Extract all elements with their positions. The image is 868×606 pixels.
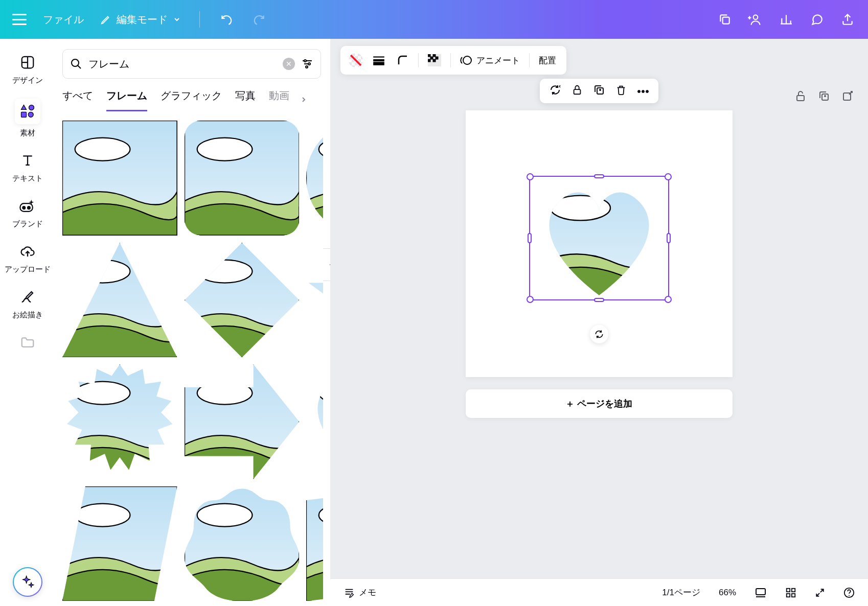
more-icon [637,89,649,94]
separator [450,53,451,67]
rotate-button[interactable] [590,325,608,343]
clear-search-button[interactable]: ✕ [283,58,295,70]
rail-item-brand[interactable]: ブランド [0,195,55,231]
notes-icon [344,587,355,598]
frame-heart[interactable] [306,364,323,479]
rail-item-elements[interactable]: 素材 [0,97,55,140]
rail-item-design[interactable]: デザイン [0,51,55,87]
rail-item-text[interactable]: テキスト [0,149,55,185]
menu-button[interactable] [12,14,27,25]
resize-handle-left[interactable] [528,233,532,243]
search-bar: ✕ [62,49,321,79]
tab-graphics[interactable]: グラフィック [161,89,222,111]
undo-icon [220,13,233,26]
svg-point-12 [306,66,308,68]
copy-button[interactable] [717,11,733,28]
resize-handle-bottom[interactable] [594,298,604,302]
collaborate-button[interactable] [747,11,764,28]
delete-button[interactable] [615,84,627,98]
redo-button[interactable] [251,11,267,28]
duplicate-page-button[interactable] [818,90,830,104]
frame-triangle[interactable] [62,243,177,358]
tabs-scroll-right[interactable] [300,95,308,106]
tab-photos[interactable]: 写真 [235,89,256,111]
animate-label: アニメート [476,55,520,66]
canvas-area: アニメート 配置 [330,39,868,606]
frame-burst[interactable] [62,364,177,479]
frame-circle[interactable] [306,121,323,236]
svg-point-10 [304,60,306,62]
fullscreen-button[interactable] [815,588,825,598]
svg-rect-24 [433,59,436,62]
animate-button[interactable]: アニメート [458,54,522,66]
border-weight-button[interactable] [370,55,387,65]
view-list-button[interactable] [755,587,767,598]
resize-handle-right[interactable] [667,233,671,243]
filter-icon[interactable] [301,58,313,70]
frame-rounded[interactable] [185,121,300,236]
file-menu[interactable]: ファイル [43,13,84,27]
view-grid-icon [785,587,796,598]
svg-point-11 [308,63,310,65]
rail-item-folder[interactable] [0,331,55,354]
tab-videos[interactable]: 動画 [269,89,289,111]
svg-rect-35 [787,588,790,591]
tab-frames[interactable]: フレーム [106,89,147,111]
resize-handle-top[interactable] [594,174,604,178]
corner-radius-button[interactable] [395,54,411,66]
share-button[interactable] [839,11,856,28]
notes-button[interactable]: メモ [344,587,376,598]
frame-parallelogram[interactable] [62,486,177,601]
rotate-icon [594,329,604,339]
lock-page-button[interactable] [794,90,807,104]
refresh-plus-icon [549,84,561,96]
more-button[interactable] [637,86,649,96]
svg-rect-5 [28,112,33,117]
svg-point-33 [646,90,649,93]
shapes-icon [20,104,35,119]
new-page-button[interactable] [841,90,854,104]
undo-button[interactable] [218,11,235,28]
position-button[interactable]: 配置 [537,55,558,66]
resize-handle-tl[interactable] [527,173,534,180]
regenerate-button[interactable] [549,84,561,98]
view-grid-button[interactable] [785,587,796,598]
view-list-icon [755,587,767,598]
resize-handle-bl[interactable] [527,296,534,303]
tab-all[interactable]: すべて [62,89,93,111]
rail-item-upload[interactable]: アップロード [0,240,55,276]
frame-skew-rect[interactable] [306,486,323,601]
brand-icon [19,198,36,214]
rail-item-draw[interactable]: お絵描き [0,286,55,322]
frame-blob[interactable] [185,486,300,601]
duplicate-button[interactable] [593,84,605,98]
frame-square[interactable] [62,121,177,236]
selection-box[interactable] [529,176,669,300]
zoom-level[interactable]: 66% [719,588,736,598]
add-page-button[interactable]: ＋ ページを追加 [466,389,733,418]
page-counter[interactable]: 1/1ページ [662,587,700,598]
help-button[interactable] [843,587,855,598]
page-1[interactable] [466,110,733,377]
frame-arrow[interactable] [185,364,300,479]
frame-diamond[interactable] [185,243,300,358]
notes-label: メモ [359,587,376,598]
svg-point-8 [28,206,30,209]
top-bar-left: ファイル 編集モード [12,11,706,28]
magic-button[interactable] [13,567,42,597]
category-tabs: すべて フレーム グラフィック 写真 動画 [55,89,323,111]
resize-handle-br[interactable] [665,296,672,303]
resize-handle-tr[interactable] [665,173,672,180]
svg-rect-38 [792,593,795,596]
search-input[interactable] [88,58,277,70]
edit-mode-dropdown[interactable]: 編集モード [100,13,181,27]
comment-button[interactable] [809,11,825,28]
frame-star[interactable] [306,243,323,358]
canvas-viewport[interactable]: ＋ ページを追加 [330,39,868,606]
analytics-button[interactable] [778,11,794,28]
lock-button[interactable] [572,84,583,98]
transparency-button[interactable] [426,54,443,66]
sparkle-icon [20,575,35,589]
copy-icon [718,13,732,26]
fill-color-button[interactable] [349,53,363,67]
